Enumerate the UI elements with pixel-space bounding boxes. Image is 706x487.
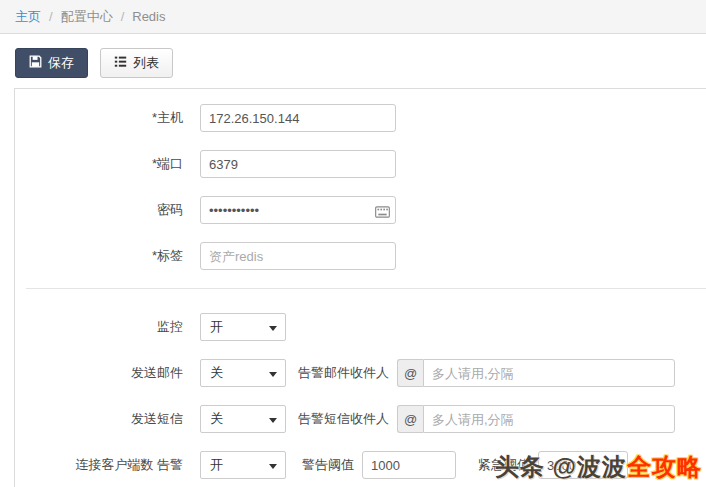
port-row: *端口 [15, 150, 706, 178]
send-email-select[interactable]: 关 [200, 359, 286, 387]
chevron-down-icon [269, 372, 277, 377]
list-button-label: 列表 [133, 54, 159, 72]
section-divider [26, 288, 706, 289]
monitor-select[interactable]: 开 [200, 313, 286, 341]
warn-threshold-label: 警告阈值 [302, 456, 354, 474]
clients-alert-label: 连接客户端数 告警 [15, 456, 183, 474]
monitor-row: 监控 开 [15, 313, 706, 341]
port-input[interactable] [200, 150, 396, 178]
keyboard-icon[interactable] [375, 204, 390, 222]
chevron-down-icon [269, 418, 277, 423]
list-button[interactable]: 列表 [100, 48, 173, 78]
send-sms-row: 发送短信 关 告警短信收件人 @ [15, 405, 706, 433]
send-email-row: 发送邮件 关 告警邮件收件人 @ [15, 359, 706, 387]
clients-alert-select-value: 开 [210, 456, 223, 474]
send-sms-select[interactable]: 关 [200, 405, 286, 433]
at-sign-addon: @ [397, 359, 423, 387]
clients-alert-select[interactable]: 开 [200, 451, 286, 479]
password-row: 密码 [15, 196, 706, 224]
password-label: 密码 [15, 201, 183, 219]
breadcrumb-section: 配置中心 [61, 8, 113, 26]
host-label: *主机 [15, 109, 183, 127]
list-icon [114, 55, 127, 71]
chevron-down-icon [269, 326, 277, 331]
email-recipient-input[interactable] [423, 359, 675, 387]
host-row: *主机 [15, 104, 706, 132]
at-sign-addon: @ [397, 405, 423, 433]
save-button-label: 保存 [48, 54, 74, 72]
watermark-highlight: 全攻略 [627, 453, 702, 480]
tag-input[interactable] [200, 242, 396, 270]
breadcrumb: 主页 / 配置中心 / Redis [0, 0, 706, 34]
password-input[interactable] [200, 196, 396, 224]
watermark: 头条 @波波全攻略 [495, 451, 702, 483]
breadcrumb-separator: / [49, 9, 53, 24]
warn-threshold-input[interactable] [362, 451, 456, 479]
toolbar: 保存 列表 [15, 48, 706, 78]
chevron-down-icon [269, 464, 277, 469]
tag-row: *标签 [15, 242, 706, 270]
breadcrumb-home-link[interactable]: 主页 [15, 8, 41, 26]
monitor-select-value: 开 [210, 318, 223, 336]
floppy-disk-icon [29, 55, 42, 71]
tag-label: *标签 [15, 247, 183, 265]
save-button[interactable]: 保存 [15, 48, 88, 78]
redis-config-page: 主页 / 配置中心 / Redis 保存 [0, 0, 706, 487]
send-email-label: 发送邮件 [15, 364, 183, 382]
monitor-label: 监控 [15, 318, 183, 336]
config-form-panel: *主机 *端口 密码 [14, 88, 706, 487]
port-label: *端口 [15, 155, 183, 173]
breadcrumb-separator: / [121, 9, 125, 24]
send-email-select-value: 关 [210, 364, 223, 382]
watermark-prefix: 头条 @波波 [495, 453, 627, 480]
host-input[interactable] [200, 104, 396, 132]
sms-recipient-input[interactable] [423, 405, 675, 433]
email-recipient-label: 告警邮件收件人 [298, 364, 389, 382]
send-sms-label: 发送短信 [15, 410, 183, 428]
breadcrumb-current: Redis [132, 9, 165, 24]
sms-recipient-label: 告警短信收件人 [298, 410, 389, 428]
send-sms-select-value: 关 [210, 410, 223, 428]
